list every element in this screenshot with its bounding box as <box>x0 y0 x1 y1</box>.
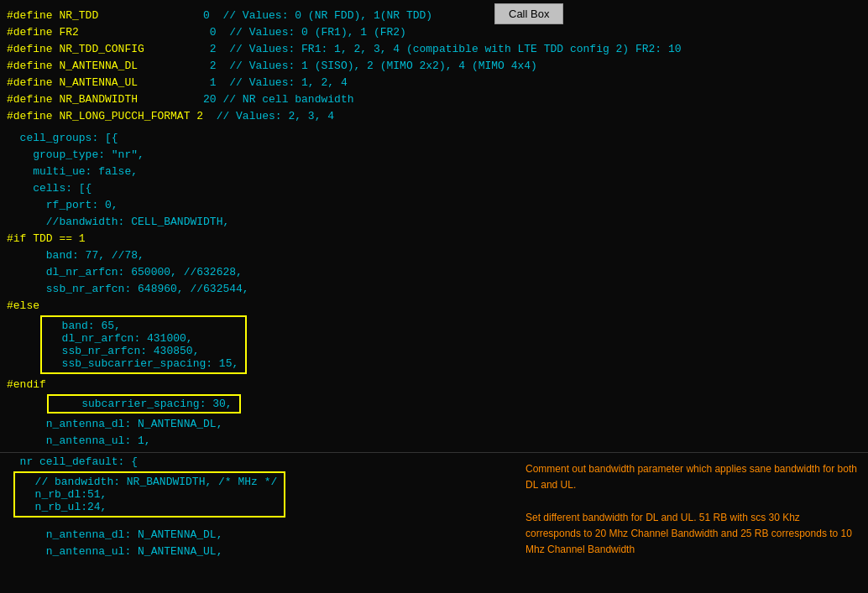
define-line-2: #define FR2 0 // Values: 0 (FR1), 1 (FR2… <box>0 23 868 40</box>
define-fr2: #define FR2 <box>7 26 170 39</box>
n-antenna-ul-line: n_antenna_ul: 1, <box>0 432 868 449</box>
define-line-5: #define N_ANTENNA_UL 1 // Values: 1, 2, … <box>0 74 868 91</box>
dl-arfcn-tdd: dl_nr_arfcn: 650000, //632628, <box>0 263 868 280</box>
define-n-antenna-ul: #define N_ANTENNA_UL <box>7 76 170 89</box>
define-line-1: #define NR_TDD 0 // Values: 0 (NR FDD), … <box>0 7 868 23</box>
cells-open: cells: [{ <box>0 179 868 196</box>
n-antenna-dl-line: n_antenna_dl: N_ANTENNA_DL, <box>0 415 868 432</box>
spacer3 <box>0 519 515 526</box>
else-box-band: band: 65, <box>49 320 238 332</box>
nr-comment1: Comment out bandwidth parameter which ap… <box>526 461 858 493</box>
else-box-ssb-subcarrier: ssb_subcarrier_spacing: 15, <box>49 357 238 370</box>
define-line-7: #define NR_LONG_PUCCH_FORMAT 2 // Values… <box>0 107 868 124</box>
subcarrier-box: subcarrier_spacing: 30, <box>47 394 241 414</box>
else-box-ssb-arfcn: ssb_nr_arfcn: 430850, <box>49 345 238 357</box>
else-keyword: #else <box>0 297 868 314</box>
subcarrier-spacing: subcarrier_spacing: 30, <box>55 398 233 410</box>
define-line-6: #define NR_BANDWIDTH 20 // NR cell bandw… <box>0 91 868 107</box>
else-box-dl-arfcn: dl_nr_arfcn: 431000, <box>49 332 238 345</box>
multi-ue: multi_ue: false, <box>0 163 868 179</box>
band-tdd: band: 77, //78, <box>0 247 868 263</box>
nr-comment2: Set different bandwidth for DL and UL. 5… <box>526 510 858 559</box>
nr-cell-section: nr cell_default: { // bandwidth: NR_BAND… <box>0 453 868 566</box>
define-nr-tdd-config: #define NR_TDD_CONFIG <box>7 43 170 55</box>
bw-line3: n_rb_ul:24, <box>22 501 277 513</box>
else-box: band: 65, dl_nr_arfcn: 431000, ssb_nr_ar… <box>40 315 247 374</box>
subcarrier-box-wrapper: subcarrier_spacing: 30, <box>0 393 868 415</box>
ssb-arfcn-tdd: ssb_nr_arfcn: 648960, //632544, <box>0 280 868 297</box>
else-box-wrapper: band: 65, dl_nr_arfcn: 431000, ssb_nr_ar… <box>0 314 868 376</box>
nr-n-antenna-ul: n_antenna_ul: N_ANTENNA_UL, <box>0 543 515 559</box>
define-nr-tdd: #define NR_TDD <box>7 9 164 22</box>
rf-port: rf_port: 0, <box>0 196 868 213</box>
bw-line1: // bandwidth: NR_BANDWIDTH, /* MHz */ <box>22 476 277 488</box>
define-line-3: #define NR_TDD_CONFIG 2 // Values: FR1: … <box>0 40 868 57</box>
bandwidth-comment: //bandwidth: CELL_BANDWIDTH, <box>0 213 868 230</box>
nr-cell-left: nr cell_default: { // bandwidth: NR_BAND… <box>0 453 515 566</box>
nr-cell-comments: Comment out bandwidth parameter which ap… <box>515 453 868 566</box>
cell-groups-open: cell_groups: [{ <box>0 129 868 146</box>
bw-line2: n_rb_dl:51, <box>22 488 277 501</box>
bw-box: // bandwidth: NR_BANDWIDTH, /* MHz */ n_… <box>13 471 285 518</box>
if-tdd: #if TDD == 1 <box>0 230 868 247</box>
nr-cell-header: nr cell_default: { <box>0 453 515 470</box>
define-line-4: #define N_ANTENNA_DL 2 // Values: 1 (SIS… <box>0 57 868 74</box>
call-box-button[interactable]: Call Box <box>494 3 563 24</box>
bw-box-wrapper: // bandwidth: NR_BANDWIDTH, /* MHz */ n_… <box>0 470 515 519</box>
nr-n-antenna-dl: n_antenna_dl: N_ANTENNA_DL, <box>0 526 515 543</box>
code-area: #define NR_TDD 0 // Values: 0 (NR FDD), … <box>0 0 868 593</box>
define-nr-bandwidth: #define NR_BANDWIDTH <box>7 93 170 106</box>
endif-keyword: #endif <box>0 376 868 393</box>
group-type: group_type: "nr", <box>0 146 868 163</box>
define-nr-long-pucch: #define NR_LONG_PUCCH_FORMAT 2 <box>7 110 203 122</box>
define-n-antenna-dl: #define N_ANTENNA_DL <box>7 60 170 72</box>
